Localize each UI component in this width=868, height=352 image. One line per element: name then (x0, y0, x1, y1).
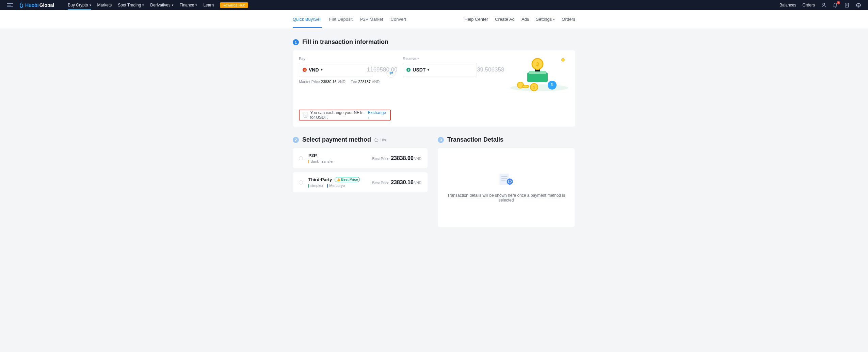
nft-exchange-banner: N You can exchange your NFTs for USDT, E… (299, 110, 391, 121)
coin-illustration: ₿ $ (509, 54, 570, 88)
transaction-details-body: Transaction details will be shown here o… (438, 148, 575, 227)
topbar-right: Balances Orders 1 (779, 2, 861, 8)
nav-markets[interactable]: Markets (97, 3, 112, 7)
pay-label: Pay (299, 57, 380, 61)
chevron-down-icon: ▾ (172, 3, 174, 7)
logo-text-b: Global (39, 2, 54, 8)
empty-details-icon (498, 173, 515, 186)
logo-text-a: Huobi (25, 2, 39, 8)
svg-point-14 (562, 59, 564, 61)
receive-label: Receive ≈ (403, 57, 477, 61)
download-icon[interactable] (844, 2, 850, 8)
tab-fiat-deposit[interactable]: Fiat Deposit (329, 17, 353, 28)
rewards-hub-button[interactable]: Rewards Hub (220, 2, 248, 8)
ads-link[interactable]: Ads (521, 17, 529, 22)
payment-option-p2p[interactable]: P2P Bank Transfer Best Price 23838.00VND (293, 148, 428, 168)
globe-icon[interactable] (856, 2, 861, 8)
swap-button[interactable]: ⇄ (386, 68, 396, 78)
svg-point-13 (548, 81, 557, 90)
subbar: Quick Buy/Sell Fiat Deposit P2P Market C… (0, 10, 868, 29)
nav-derivatives[interactable]: Derivatives▾ (150, 3, 173, 7)
step2-header: 2 Select payment method 18s (293, 136, 428, 143)
sub-links: Help Center Create Ad Ads Settings▾ Orde… (465, 17, 575, 22)
user-icon[interactable] (821, 2, 826, 8)
tab-p2p-market[interactable]: P2P Market (360, 17, 383, 28)
svg-point-12 (522, 85, 529, 88)
svg-text:₿: ₿ (536, 61, 539, 67)
logo[interactable]: Huobi Global (19, 2, 54, 8)
flame-icon (19, 2, 24, 8)
step-number-1: 1 (293, 39, 299, 45)
vnd-icon: ★ (303, 68, 307, 72)
orders-link-sub[interactable]: Orders (562, 17, 575, 22)
usdt-icon: ₮ (406, 68, 411, 72)
step1-title: Fill in transaction information (302, 38, 388, 46)
receive-currency-selector[interactable]: ₮ USDT ▾ (406, 67, 429, 73)
chevron-down-icon: ▾ (195, 3, 197, 7)
step3-title: Transaction Details (447, 136, 503, 143)
nft-icon: N (304, 113, 307, 117)
svg-rect-16 (501, 176, 508, 177)
nav-buy-crypto[interactable]: Buy Crypto▾ (68, 3, 91, 10)
transaction-card: Pay ★ VND ▾ Market Price 23830.16 VND Fe… (293, 50, 575, 127)
main: 1 Fill in transaction information Pay ★ … (293, 38, 575, 227)
pay-column: Pay ★ VND ▾ Market Price 23830.16 VND Fe… (299, 57, 380, 84)
help-center-link[interactable]: Help Center (465, 17, 488, 22)
payment-price: Best Price 23830.16VND (372, 179, 421, 186)
empty-details-message: Transaction details will be shown here o… (445, 193, 568, 203)
payment-method-section: 2 Select payment method 18s P2P Bank Tra… (293, 136, 428, 227)
pay-currency-code: VND (309, 67, 319, 73)
chevron-down-icon: ▾ (428, 68, 429, 71)
payment-option-title: P2P (308, 153, 372, 158)
create-ad-link[interactable]: Create Ad (495, 17, 515, 22)
transaction-details-section: 3 Transaction Details Transaction detai (438, 136, 575, 227)
svg-point-0 (823, 3, 825, 5)
topbar: Huobi Global Buy Crypto▾ Markets Spot Tr… (0, 0, 868, 10)
payment-price: Best Price 23838.00VND (372, 155, 421, 161)
svg-rect-17 (501, 178, 508, 179)
nav-learn[interactable]: Learn (203, 3, 214, 7)
price-row: Market Price 23830.16 VND Fee 228137 VND (299, 80, 380, 84)
radio-icon (299, 180, 303, 185)
svg-text:$: $ (533, 85, 535, 89)
top-nav: Buy Crypto▾ Markets Spot Trading▾ Deriva… (68, 2, 248, 8)
chevron-down-icon: ▾ (321, 68, 323, 71)
receive-currency-code: USDT (413, 67, 425, 73)
step-number-2: 2 (293, 137, 299, 143)
step3-header: 3 Transaction Details (438, 136, 575, 143)
step1-header: 1 Fill in transaction information (293, 38, 575, 46)
orders-link[interactable]: Orders (802, 3, 815, 7)
payment-option-title: Third-Party Best Price (308, 177, 372, 182)
tab-quick-buy-sell[interactable]: Quick Buy/Sell (293, 17, 322, 28)
nav-finance[interactable]: Finance▾ (180, 3, 197, 7)
notification-badge: 1 (837, 1, 840, 4)
nft-text: You can exchange your NFTs for USDT, (310, 110, 365, 120)
pay-input-box: ★ VND ▾ (299, 63, 373, 77)
balances-link[interactable]: Balances (779, 3, 796, 7)
menu-icon[interactable] (7, 3, 13, 7)
payment-providers: simplex Mercuryo (308, 183, 372, 188)
nav-spot-trading[interactable]: Spot Trading▾ (118, 3, 144, 7)
payment-providers: Bank Transfer (308, 159, 372, 163)
chevron-down-icon: ▾ (142, 3, 144, 7)
receive-input-box: ₮ USDT ▾ (403, 63, 477, 77)
receive-column: Receive ≈ ₮ USDT ▾ (403, 57, 477, 77)
chevron-down-icon: ▾ (90, 3, 91, 7)
chevron-down-icon: ▾ (553, 18, 555, 21)
tab-convert[interactable]: Convert (391, 17, 406, 28)
svg-rect-18 (501, 180, 506, 181)
svg-point-19 (507, 178, 513, 185)
settings-link[interactable]: Settings▾ (536, 17, 555, 22)
nft-exchange-link[interactable]: Exchange › (368, 110, 386, 120)
step2-title: Select payment method (302, 136, 371, 143)
pay-currency-selector[interactable]: ★ VND ▾ (303, 67, 323, 73)
payment-option-third-party[interactable]: Third-Party Best Price simplex Mercuryo … (293, 172, 428, 192)
best-price-badge: Best Price (335, 177, 360, 182)
radio-icon (299, 156, 303, 160)
receive-amount-input[interactable] (432, 66, 504, 73)
sub-tabs: Quick Buy/Sell Fiat Deposit P2P Market C… (293, 17, 406, 22)
step-number-3: 3 (438, 137, 444, 143)
refresh-countdown: 18s (374, 138, 386, 142)
bell-icon[interactable]: 1 (833, 2, 838, 8)
